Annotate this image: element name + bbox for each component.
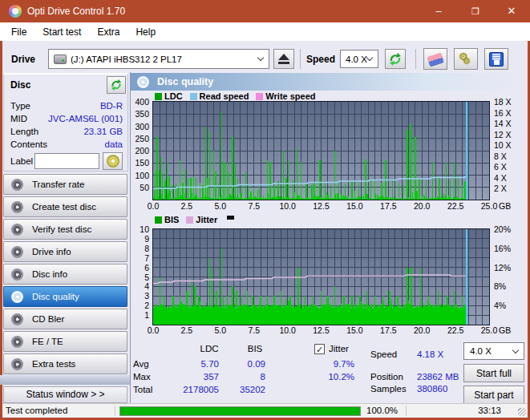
sidebar-item-transfer-rate[interactable]: Transfer rate (3, 174, 127, 195)
x-axis-tick-label: 10.0 (273, 326, 302, 335)
page-title-bar: Disc quality (131, 73, 528, 91)
disc-field-row: MIDJVC-AMS6L (001) (10, 114, 123, 125)
gears-icon: ⚙⚙ (458, 51, 474, 67)
menu-item-help[interactable]: Help (127, 24, 164, 40)
disc-panel-title: Disc (10, 79, 30, 91)
info-label-position: Position (370, 372, 403, 382)
x-axis-tick-label: 17.5 (374, 202, 403, 211)
start-part-button[interactable]: Start part (463, 386, 524, 404)
legend-swatch (186, 216, 193, 224)
sidebar-item-disc-info[interactable]: Disc info (3, 264, 127, 285)
disc-label-button[interactable] (103, 152, 123, 170)
y-axis-tick-label: 7 (128, 254, 149, 263)
eject-button[interactable] (273, 49, 294, 69)
app-window: Opti Drive Control 1.70 – ❐ ✕ FileStart … (0, 0, 530, 420)
legend-item: Read speed (190, 91, 249, 101)
eject-icon (278, 54, 289, 60)
sidebar-item-label: Disc info (32, 269, 67, 279)
sidebar-item-fe-te[interactable]: FE / TE (3, 331, 127, 352)
x-axis-tick-label: 7.5 (240, 202, 269, 211)
y-axis-tick-label: 250 (128, 135, 149, 143)
y-axis-right-tick-label: 14 X (494, 119, 521, 128)
y-axis-tick-label: 5 (128, 273, 149, 282)
sidebar-divider (0, 375, 130, 385)
y-axis-tick-label: 4 (128, 282, 149, 291)
x-axis-tick-label: 12.5 (307, 202, 336, 211)
summary-ldc-value: 5.70 (147, 359, 219, 370)
legend-swatch (256, 93, 263, 100)
legend-label: BIS (164, 215, 179, 224)
info-label-speed: Speed (370, 349, 397, 360)
info-label-samples: Samples (370, 384, 407, 394)
progress-bar (119, 406, 361, 416)
menu-item-start-test[interactable]: Start test (34, 24, 89, 40)
disc-field-label: MID (10, 114, 27, 125)
x-axis-tick-label: 7.5 (240, 326, 269, 335)
settings-button[interactable]: ⚙⚙ (454, 48, 478, 70)
y-axis-right-tick-label: 20% (494, 225, 521, 234)
drive-select[interactable]: (J:) ATAPI iHBS312 2 PL17 (48, 49, 269, 69)
quality-speed-select[interactable]: 4.0 X (463, 342, 524, 360)
y-axis-tick-label: 300 (128, 123, 149, 131)
summary-col-ldc: LDC (200, 344, 219, 354)
sidebar-item-create-test-disc[interactable]: Create test disc (3, 196, 127, 217)
x-axis-tick-label: 15.0 (340, 326, 369, 335)
disc-icon (11, 336, 23, 348)
x-axis-tick-label: 22.5 (441, 202, 470, 211)
jitter-checkbox[interactable]: ✓ (314, 344, 325, 354)
sidebar-item-label: Verify test disc (32, 224, 91, 234)
legend-marker (227, 216, 234, 220)
y-axis-right-tick-label: 6 X (494, 163, 521, 172)
sidebar-item-label: Transfer rate (32, 180, 84, 189)
disc-field-label: Type (10, 101, 30, 112)
minimize-button[interactable]: – (427, 0, 451, 22)
eraser-icon (427, 52, 444, 66)
y-axis-tick-label: 50 (128, 184, 149, 192)
label-field-label: Label (10, 156, 33, 166)
refresh-icon (110, 79, 123, 91)
label-input[interactable] (34, 153, 99, 169)
disc-icon (11, 269, 23, 281)
y-axis-tick-label: 6 (128, 264, 149, 273)
start-full-button[interactable]: Start full (463, 364, 524, 382)
elapsed-time: 33:13 (478, 406, 501, 415)
save-button[interactable] (484, 48, 508, 70)
status-window-button[interactable]: Status window > > (3, 386, 127, 403)
disc-field-label: Contents (10, 139, 47, 151)
y-axis-tick-label: 9 (128, 235, 149, 244)
disc-quality-icon (137, 76, 149, 88)
speed-select[interactable]: 4.0 X (340, 50, 378, 68)
sidebar-item-label: Disc quality (32, 292, 79, 301)
disc-icon (11, 246, 23, 258)
menu-item-file[interactable]: File (3, 24, 34, 40)
disc-field-label: Length (10, 127, 38, 138)
refresh-speeds-button[interactable] (385, 49, 406, 69)
floppy-disk-icon (489, 52, 504, 67)
sidebar-item-drive-info[interactable]: Drive info (3, 241, 127, 262)
y-axis-right-tick-label: 10 X (494, 141, 521, 150)
disc-icon (11, 291, 23, 303)
x-axis-tick-label: 22.5 (441, 326, 470, 335)
close-button[interactable]: ✕ (500, 0, 524, 22)
title-bar: Opti Drive Control 1.70 – ❐ ✕ (0, 0, 530, 22)
disc-icon (11, 358, 23, 370)
maximize-button[interactable]: ❐ (463, 0, 488, 22)
speed-select-value: 4.0 X (346, 55, 367, 64)
y-axis-tick-label: 3 (128, 292, 149, 301)
sidebar-item-disc-quality[interactable]: Disc quality (3, 286, 127, 307)
sidebar-item-extra-tests[interactable]: Extra tests (3, 353, 127, 374)
disc-field-value: 23.31 GB (83, 127, 123, 138)
legend-item: Jitter (186, 215, 217, 224)
status-text: Test completed (6, 406, 67, 415)
x-axis-tick-label: 20.0 (407, 326, 436, 335)
menu-item-extra[interactable]: Extra (89, 24, 127, 40)
summary-bis-value: 0.09 (217, 359, 265, 370)
quality-speed-value: 4.0 X (470, 346, 492, 356)
legend-swatch (155, 216, 162, 224)
sidebar-item-verify-test-disc[interactable]: Verify test disc (3, 219, 127, 240)
progress-percent: 100.0% (366, 406, 398, 415)
sidebar-item-cd-bler[interactable]: CD Bler (3, 309, 127, 329)
erase-disc-button[interactable] (423, 48, 447, 70)
refresh-disc-button[interactable] (107, 76, 126, 94)
resize-grip[interactable] (518, 408, 526, 416)
